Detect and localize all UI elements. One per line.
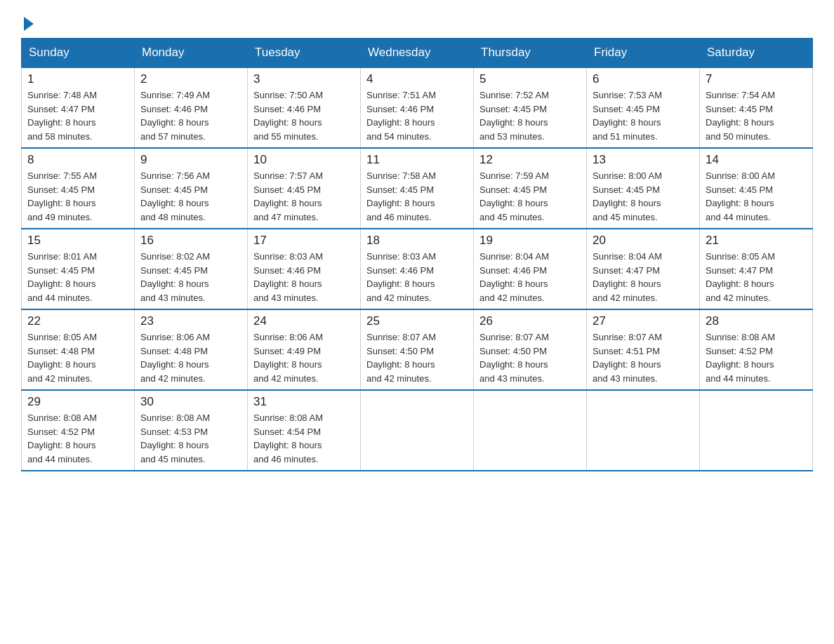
calendar-cell <box>700 390 813 471</box>
day-info: Sunrise: 8:06 AMSunset: 4:48 PMDaylight:… <box>140 330 241 385</box>
day-number: 5 <box>479 72 581 86</box>
day-number: 14 <box>706 153 807 167</box>
calendar-cell: 16 Sunrise: 8:02 AMSunset: 4:45 PMDaylig… <box>135 229 248 309</box>
day-info: Sunrise: 8:08 AMSunset: 4:54 PMDaylight:… <box>253 411 355 466</box>
day-info: Sunrise: 7:57 AMSunset: 4:45 PMDaylight:… <box>253 169 355 224</box>
calendar-cell: 8 Sunrise: 7:55 AMSunset: 4:45 PMDayligh… <box>22 148 135 229</box>
weekday-header-wednesday: Wednesday <box>361 39 474 68</box>
calendar-cell: 26 Sunrise: 8:07 AMSunset: 4:50 PMDaylig… <box>474 309 587 390</box>
day-number: 21 <box>706 234 807 248</box>
day-info: Sunrise: 8:02 AMSunset: 4:45 PMDaylight:… <box>140 250 241 304</box>
calendar-cell: 3 Sunrise: 7:50 AMSunset: 4:46 PMDayligh… <box>248 67 361 148</box>
calendar-cell: 30 Sunrise: 8:08 AMSunset: 4:53 PMDaylig… <box>135 390 248 471</box>
day-info: Sunrise: 7:49 AMSunset: 4:46 PMDaylight:… <box>140 88 241 143</box>
calendar-cell: 20 Sunrise: 8:04 AMSunset: 4:47 PMDaylig… <box>587 229 700 309</box>
week-row-2: 8 Sunrise: 7:55 AMSunset: 4:45 PMDayligh… <box>22 148 813 229</box>
calendar-cell: 4 Sunrise: 7:51 AMSunset: 4:46 PMDayligh… <box>361 67 474 148</box>
day-number: 8 <box>27 153 128 167</box>
day-info: Sunrise: 8:05 AMSunset: 4:47 PMDaylight:… <box>706 250 807 304</box>
calendar-cell: 11 Sunrise: 7:58 AMSunset: 4:45 PMDaylig… <box>361 148 474 229</box>
day-info: Sunrise: 8:06 AMSunset: 4:49 PMDaylight:… <box>253 330 355 385</box>
day-info: Sunrise: 8:00 AMSunset: 4:45 PMDaylight:… <box>706 169 807 224</box>
calendar-cell: 18 Sunrise: 8:03 AMSunset: 4:46 PMDaylig… <box>361 229 474 309</box>
day-info: Sunrise: 8:01 AMSunset: 4:45 PMDaylight:… <box>27 250 128 304</box>
day-number: 7 <box>706 72 807 86</box>
calendar-cell <box>474 390 587 471</box>
day-number: 31 <box>253 395 355 409</box>
week-row-4: 22 Sunrise: 8:05 AMSunset: 4:48 PMDaylig… <box>22 309 813 390</box>
day-info: Sunrise: 8:03 AMSunset: 4:46 PMDaylight:… <box>253 250 355 304</box>
calendar-cell: 28 Sunrise: 8:08 AMSunset: 4:52 PMDaylig… <box>700 309 813 390</box>
day-info: Sunrise: 7:53 AMSunset: 4:45 PMDaylight:… <box>593 88 694 143</box>
day-info: Sunrise: 7:50 AMSunset: 4:46 PMDaylight:… <box>253 88 355 143</box>
calendar-table: SundayMondayTuesdayWednesdayThursdayFrid… <box>21 38 813 471</box>
day-number: 27 <box>593 314 694 328</box>
day-info: Sunrise: 8:00 AMSunset: 4:45 PMDaylight:… <box>593 169 694 224</box>
day-number: 19 <box>479 234 581 248</box>
day-number: 20 <box>593 234 694 248</box>
calendar-cell: 27 Sunrise: 8:07 AMSunset: 4:51 PMDaylig… <box>587 309 700 390</box>
day-number: 9 <box>140 153 241 167</box>
day-info: Sunrise: 8:07 AMSunset: 4:50 PMDaylight:… <box>479 330 581 385</box>
day-number: 22 <box>27 314 128 328</box>
calendar-cell: 31 Sunrise: 8:08 AMSunset: 4:54 PMDaylig… <box>248 390 361 471</box>
calendar-cell: 2 Sunrise: 7:49 AMSunset: 4:46 PMDayligh… <box>135 67 248 148</box>
day-number: 18 <box>366 234 468 248</box>
calendar-cell <box>587 390 700 471</box>
day-number: 13 <box>593 153 694 167</box>
day-info: Sunrise: 8:07 AMSunset: 4:51 PMDaylight:… <box>593 330 694 385</box>
weekday-header-sunday: Sunday <box>22 39 135 68</box>
week-row-1: 1 Sunrise: 7:48 AMSunset: 4:47 PMDayligh… <box>22 67 813 148</box>
calendar-cell: 7 Sunrise: 7:54 AMSunset: 4:45 PMDayligh… <box>700 67 813 148</box>
logo-arrow-icon <box>24 17 34 31</box>
calendar-cell: 17 Sunrise: 8:03 AMSunset: 4:46 PMDaylig… <box>248 229 361 309</box>
day-info: Sunrise: 7:51 AMSunset: 4:46 PMDaylight:… <box>366 88 468 143</box>
page-header <box>21 14 813 27</box>
calendar-cell: 6 Sunrise: 7:53 AMSunset: 4:45 PMDayligh… <box>587 67 700 148</box>
day-number: 24 <box>253 314 355 328</box>
calendar-cell: 15 Sunrise: 8:01 AMSunset: 4:45 PMDaylig… <box>22 229 135 309</box>
day-number: 2 <box>140 72 241 86</box>
day-info: Sunrise: 7:58 AMSunset: 4:45 PMDaylight:… <box>366 169 468 224</box>
day-info: Sunrise: 7:54 AMSunset: 4:45 PMDaylight:… <box>706 88 807 143</box>
calendar-cell: 21 Sunrise: 8:05 AMSunset: 4:47 PMDaylig… <box>700 229 813 309</box>
day-info: Sunrise: 7:56 AMSunset: 4:45 PMDaylight:… <box>140 169 241 224</box>
day-info: Sunrise: 7:52 AMSunset: 4:45 PMDaylight:… <box>479 88 581 143</box>
day-number: 10 <box>253 153 355 167</box>
day-number: 12 <box>479 153 581 167</box>
day-number: 1 <box>27 72 128 86</box>
day-info: Sunrise: 8:08 AMSunset: 4:52 PMDaylight:… <box>706 330 807 385</box>
calendar-cell: 9 Sunrise: 7:56 AMSunset: 4:45 PMDayligh… <box>135 148 248 229</box>
calendar-cell: 12 Sunrise: 7:59 AMSunset: 4:45 PMDaylig… <box>474 148 587 229</box>
day-info: Sunrise: 8:03 AMSunset: 4:46 PMDaylight:… <box>366 250 468 304</box>
day-number: 4 <box>366 72 468 86</box>
calendar-cell: 5 Sunrise: 7:52 AMSunset: 4:45 PMDayligh… <box>474 67 587 148</box>
week-row-3: 15 Sunrise: 8:01 AMSunset: 4:45 PMDaylig… <box>22 229 813 309</box>
day-info: Sunrise: 8:07 AMSunset: 4:50 PMDaylight:… <box>366 330 468 385</box>
day-number: 17 <box>253 234 355 248</box>
calendar-cell: 23 Sunrise: 8:06 AMSunset: 4:48 PMDaylig… <box>135 309 248 390</box>
calendar-cell: 25 Sunrise: 8:07 AMSunset: 4:50 PMDaylig… <box>361 309 474 390</box>
day-info: Sunrise: 8:08 AMSunset: 4:53 PMDaylight:… <box>140 411 241 466</box>
day-number: 15 <box>27 234 128 248</box>
day-info: Sunrise: 8:05 AMSunset: 4:48 PMDaylight:… <box>27 330 128 385</box>
weekday-header-row: SundayMondayTuesdayWednesdayThursdayFrid… <box>22 39 813 68</box>
calendar-cell: 10 Sunrise: 7:57 AMSunset: 4:45 PMDaylig… <box>248 148 361 229</box>
day-info: Sunrise: 8:08 AMSunset: 4:52 PMDaylight:… <box>27 411 128 466</box>
day-info: Sunrise: 7:59 AMSunset: 4:45 PMDaylight:… <box>479 169 581 224</box>
weekday-header-monday: Monday <box>135 39 248 68</box>
weekday-header-tuesday: Tuesday <box>248 39 361 68</box>
day-number: 29 <box>27 395 128 409</box>
calendar-cell: 1 Sunrise: 7:48 AMSunset: 4:47 PMDayligh… <box>22 67 135 148</box>
day-number: 16 <box>140 234 241 248</box>
calendar-cell: 13 Sunrise: 8:00 AMSunset: 4:45 PMDaylig… <box>587 148 700 229</box>
weekday-header-thursday: Thursday <box>474 39 587 68</box>
calendar-cell: 14 Sunrise: 8:00 AMSunset: 4:45 PMDaylig… <box>700 148 813 229</box>
logo-top <box>21 14 34 31</box>
calendar-cell: 19 Sunrise: 8:04 AMSunset: 4:46 PMDaylig… <box>474 229 587 309</box>
calendar-cell: 29 Sunrise: 8:08 AMSunset: 4:52 PMDaylig… <box>22 390 135 471</box>
day-info: Sunrise: 8:04 AMSunset: 4:46 PMDaylight:… <box>479 250 581 304</box>
calendar-cell: 24 Sunrise: 8:06 AMSunset: 4:49 PMDaylig… <box>248 309 361 390</box>
day-number: 25 <box>366 314 468 328</box>
day-number: 23 <box>140 314 241 328</box>
